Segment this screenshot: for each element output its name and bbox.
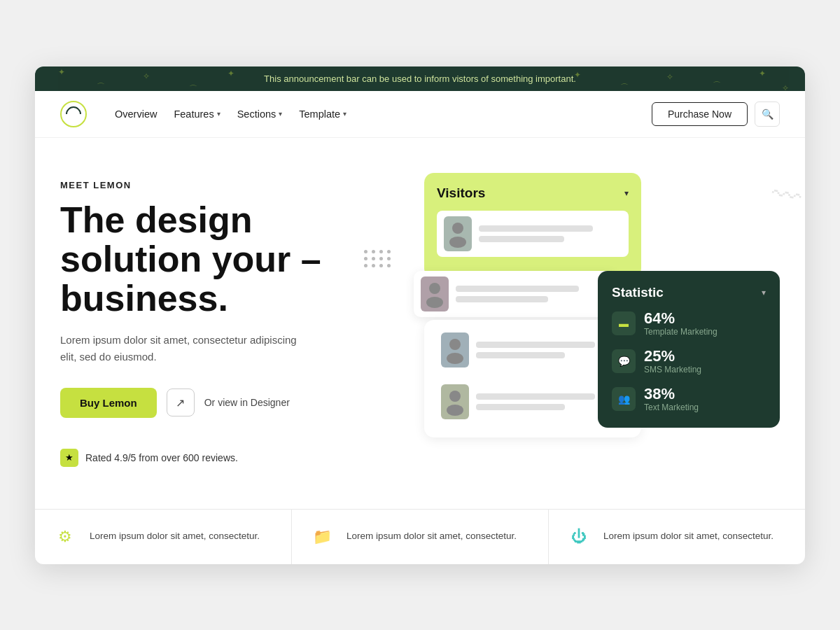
purchase-button[interactable]: Purchase Now — [652, 102, 748, 126]
visitors-card: Visitors ▾ — [424, 173, 641, 278]
hero-rating: ★ Rated 4.9/5 from over 600 reviews. — [60, 449, 396, 467]
avatar — [441, 332, 469, 368]
stat-info: 64% Template Marketing — [644, 310, 718, 337]
svg-point-5 — [447, 353, 463, 364]
avatar — [441, 384, 469, 419]
visitor-line — [476, 342, 595, 348]
svg-point-2 — [429, 283, 440, 294]
rating-text: Rated 4.9/5 from over 600 reviews. — [85, 452, 238, 463]
hero-title: The design solution your – business. — [60, 200, 396, 318]
visitor-line — [479, 225, 593, 232]
hero-eyebrow: MEET LEMON — [60, 180, 396, 190]
avatar — [444, 216, 472, 251]
dots-decoration — [364, 250, 391, 267]
nav-links: Overview Features ▾ Sections ▾ Template … — [115, 108, 629, 120]
chevron-down-icon: ▾ — [624, 188, 629, 198]
hero-right: 〰 Visitors ▾ — [424, 173, 780, 481]
search-icon: 🔍 — [762, 108, 774, 120]
arrow-icon: ↗ — [176, 396, 185, 410]
feature-text-0: Lorem ipsum dolor sit amet, consectetur. — [90, 529, 260, 543]
hero-actions: Buy Lemon ↗ Or view in Designer — [60, 388, 396, 418]
main-window: ✦ ⌒ ✧ ⌒ ✦ ✦ ⌒ ✧ ⌒ ✦ ✧ This announcement … — [35, 66, 805, 564]
visitor-lines — [456, 286, 610, 302]
stat-info: 25% SMS Marketing — [644, 348, 701, 374]
gear-icon: ⚙ — [58, 528, 72, 546]
designer-arrow-button[interactable]: ↗ — [167, 388, 195, 416]
view-designer-label: Or view in Designer — [204, 397, 290, 408]
announcement-bar: ✦ ⌒ ✧ ⌒ ✦ ✦ ⌒ ✧ ⌒ ✦ ✧ This announcement … — [35, 66, 805, 91]
visitor-lines — [479, 225, 622, 242]
feature-icon-2: ⏻ — [566, 524, 592, 550]
visitor-line — [476, 404, 565, 410]
feature-strip: ⚙ Lorem ipsum dolor sit amet, consectetu… — [35, 509, 805, 564]
svg-point-4 — [449, 339, 461, 350]
star-icon: ★ — [60, 449, 78, 467]
visitor-row-2 — [414, 271, 617, 317]
logo-icon — [62, 103, 84, 125]
announcement-text: This announcement bar can be used to inf… — [264, 74, 576, 84]
feature-item-2: ⏻ Lorem ipsum dolor sit amet, consectetu… — [549, 510, 805, 564]
avatar — [421, 276, 449, 312]
svg-point-7 — [447, 405, 463, 416]
visitor-line — [456, 286, 579, 292]
chevron-down-icon: ▾ — [343, 110, 346, 118]
stat-label: SMS Marketing — [644, 365, 701, 374]
stat-percent: 25% — [644, 348, 701, 365]
nav-actions: Purchase Now 🔍 — [652, 102, 780, 127]
visitor-row — [437, 211, 629, 257]
search-button[interactable]: 🔍 — [755, 102, 780, 127]
power-icon: ⏻ — [571, 528, 587, 546]
stat-row-2: 👥 38% Text Marketing — [612, 386, 766, 412]
feature-icon-0: ⚙ — [52, 524, 78, 550]
folder-icon: 📁 — [313, 528, 332, 546]
chevron-down-icon: ▾ — [762, 288, 766, 298]
visitor-line — [476, 352, 565, 358]
feature-item-1: 📁 Lorem ipsum dolor sit amet, consectetu… — [292, 510, 549, 564]
statistic-card-header: Statistic ▾ — [612, 285, 766, 300]
stat-icon-sms: 💬 — [612, 349, 636, 373]
stat-icon-text: 👥 — [612, 387, 636, 411]
stat-info: 38% Text Marketing — [644, 386, 699, 412]
nav-features[interactable]: Features ▾ — [174, 108, 220, 120]
statistic-card: Statistic ▾ ▬ 64% Template Marketing 💬 — [598, 271, 780, 428]
stat-percent: 64% — [644, 310, 718, 327]
visitor-line — [479, 236, 564, 242]
stat-icon-template: ▬ — [612, 312, 636, 335]
hero-left: MEET LEMON The design solution your – bu… — [60, 173, 396, 467]
stat-row-0: ▬ 64% Template Marketing — [612, 310, 766, 337]
svg-point-0 — [452, 223, 463, 234]
svg-point-1 — [449, 237, 466, 248]
logo[interactable] — [60, 101, 87, 127]
visitor-line — [476, 393, 595, 400]
squiggle-decoration: 〰 — [769, 177, 804, 216]
visitor-line — [456, 296, 548, 302]
feature-icon-1: 📁 — [309, 524, 335, 550]
stat-percent: 38% — [644, 386, 699, 402]
chevron-down-icon: ▾ — [217, 110, 220, 118]
stat-label: Text Marketing — [644, 402, 699, 412]
stat-label: Template Marketing — [644, 327, 718, 337]
svg-point-3 — [426, 297, 443, 308]
feature-text-2: Lorem ipsum dolor sit amet, consectetur. — [603, 529, 774, 543]
stat-row-1: 💬 25% SMS Marketing — [612, 348, 766, 374]
buy-button[interactable]: Buy Lemon — [60, 388, 157, 418]
nav-sections[interactable]: Sections ▾ — [237, 108, 283, 120]
hero-description: Lorem ipsum dolor sit amet, consectetur … — [60, 332, 312, 365]
chevron-down-icon: ▾ — [279, 110, 282, 118]
visitors-title: Visitors — [437, 186, 485, 201]
statistic-title: Statistic — [612, 285, 664, 300]
svg-point-6 — [449, 391, 461, 402]
navbar: Overview Features ▾ Sections ▾ Template … — [35, 91, 805, 138]
visitors-card-header: Visitors ▾ — [437, 186, 629, 201]
nav-template[interactable]: Template ▾ — [299, 108, 346, 120]
hero-section: MEET LEMON The design solution your – bu… — [35, 138, 805, 509]
feature-text-1: Lorem ipsum dolor sit amet, consectetur. — [346, 529, 517, 543]
feature-item-0: ⚙ Lorem ipsum dolor sit amet, consectetu… — [35, 510, 292, 564]
nav-overview[interactable]: Overview — [115, 108, 157, 120]
